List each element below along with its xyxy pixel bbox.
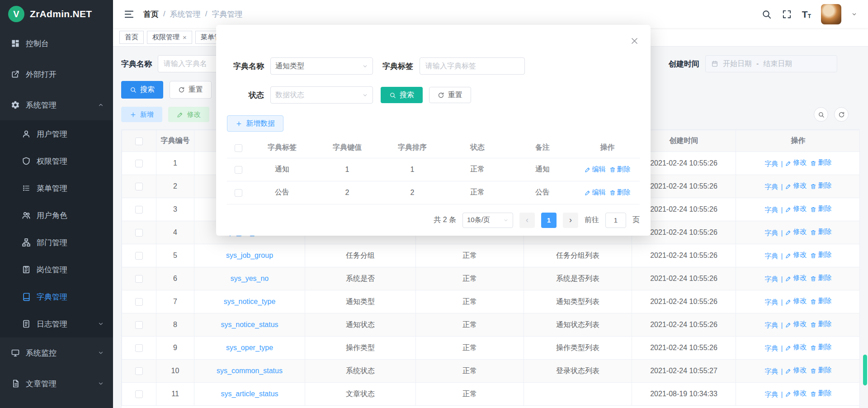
delete-link[interactable]: 删除 bbox=[810, 158, 831, 167]
row-checkbox[interactable] bbox=[235, 189, 242, 197]
delete-link[interactable]: 删除 bbox=[810, 274, 831, 282]
dict-link[interactable]: 字典 bbox=[765, 344, 778, 353]
add-data-button[interactable]: 新增数据 bbox=[227, 115, 283, 132]
close-icon[interactable]: × bbox=[183, 34, 187, 41]
chevron-down-icon[interactable] bbox=[851, 11, 857, 17]
select-all-checkbox[interactable] bbox=[235, 144, 242, 152]
edit-link[interactable]: 修改 bbox=[785, 297, 807, 305]
avatar[interactable] bbox=[821, 4, 841, 24]
edit-link[interactable]: 修改 bbox=[785, 389, 807, 398]
sidebar-item-系统监控[interactable]: 系统监控 bbox=[0, 337, 113, 368]
dict-link[interactable]: 字典 bbox=[765, 367, 778, 376]
sidebar-item-字典管理[interactable]: 字典管理 bbox=[0, 283, 113, 310]
row-checkbox[interactable] bbox=[135, 252, 143, 260]
edit-link[interactable]: 修改 bbox=[785, 204, 807, 213]
dialog-search-button[interactable]: 搜索 bbox=[381, 87, 423, 103]
toggle-search-button[interactable] bbox=[814, 107, 828, 122]
delete-link[interactable]: 删除 bbox=[810, 228, 831, 236]
row-checkbox[interactable] bbox=[135, 321, 143, 329]
dict-type-link[interactable]: sys_common_status bbox=[217, 367, 283, 375]
edit-link[interactable]: 编辑 bbox=[585, 165, 606, 174]
dict-link[interactable]: 字典 bbox=[765, 183, 778, 191]
scrollbar-thumb[interactable] bbox=[863, 355, 867, 385]
row-checkbox[interactable] bbox=[135, 298, 143, 306]
hamburger-icon[interactable] bbox=[124, 9, 134, 19]
delete-link[interactable]: 删除 bbox=[810, 320, 831, 328]
row-checkbox[interactable] bbox=[135, 206, 143, 213]
prev-page-button[interactable]: ‹ bbox=[519, 213, 535, 228]
sidebar-item-菜单管理[interactable]: 菜单管理 bbox=[0, 175, 113, 202]
delete-link[interactable]: 删除 bbox=[810, 297, 831, 305]
delete-link[interactable]: 删除 bbox=[810, 343, 831, 351]
dict-type-link[interactable]: sys_notice_status bbox=[221, 321, 278, 328]
close-icon[interactable] bbox=[630, 37, 639, 45]
tab-权限管理[interactable]: 权限管理× bbox=[147, 31, 192, 44]
dict-link[interactable]: 字典 bbox=[765, 206, 778, 214]
sidebar-item-权限管理[interactable]: 权限管理 bbox=[0, 147, 113, 175]
dict-link[interactable]: 字典 bbox=[765, 160, 778, 168]
dict-label-input[interactable] bbox=[420, 57, 525, 75]
breadcrumb-item[interactable]: 系统管理 bbox=[170, 9, 201, 19]
dict-link[interactable]: 字典 bbox=[765, 252, 778, 261]
sidebar-item-部门管理[interactable]: 部门管理 bbox=[0, 229, 113, 256]
row-checkbox[interactable] bbox=[135, 229, 143, 237]
breadcrumb-item[interactable]: 字典管理 bbox=[212, 9, 242, 19]
tab-首页[interactable]: 首页 bbox=[119, 31, 144, 44]
delete-link[interactable]: 删除 bbox=[810, 251, 831, 259]
current-page-button[interactable]: 1 bbox=[541, 213, 557, 228]
select-all-checkbox[interactable] bbox=[135, 138, 143, 145]
delete-link[interactable]: 删除 bbox=[810, 204, 831, 213]
delete-link[interactable]: 删除 bbox=[810, 366, 831, 375]
dict-type-link[interactable]: sys_notice_type bbox=[224, 298, 276, 305]
row-checkbox[interactable] bbox=[135, 367, 143, 375]
row-checkbox[interactable] bbox=[135, 390, 143, 398]
edit-link[interactable]: 修改 bbox=[785, 274, 807, 282]
edit-link[interactable]: 修改 bbox=[785, 228, 807, 236]
row-checkbox[interactable] bbox=[135, 160, 143, 167]
sidebar-item-控制台[interactable]: 控制台 bbox=[0, 28, 113, 59]
dict-link[interactable]: 字典 bbox=[765, 298, 778, 307]
page-size-select[interactable]: 10条/页 bbox=[462, 213, 513, 228]
row-checkbox[interactable] bbox=[135, 275, 143, 283]
delete-link[interactable]: 删除 bbox=[609, 188, 631, 197]
reset-button[interactable]: 重置 bbox=[170, 81, 212, 99]
row-checkbox[interactable] bbox=[235, 166, 242, 174]
dict-link[interactable]: 字典 bbox=[765, 321, 778, 330]
search-button[interactable]: 搜索 bbox=[121, 81, 163, 99]
breadcrumb-item[interactable]: 首页 bbox=[143, 9, 159, 19]
sidebar-item-用户管理[interactable]: 用户管理 bbox=[0, 120, 113, 147]
row-checkbox[interactable] bbox=[135, 183, 143, 190]
row-checkbox[interactable] bbox=[135, 344, 143, 352]
fullscreen-icon[interactable] bbox=[782, 9, 792, 19]
edit-link[interactable]: 修改 bbox=[785, 251, 807, 259]
edit-link[interactable]: 编辑 bbox=[585, 188, 606, 197]
sidebar-item-外部打开[interactable]: 外部打开 bbox=[0, 59, 113, 90]
font-size-icon[interactable]: TT bbox=[802, 9, 811, 19]
sidebar-item-日志管理[interactable]: 日志管理 bbox=[0, 310, 113, 337]
dict-name-select[interactable]: 通知类型 bbox=[270, 57, 373, 75]
refresh-table-button[interactable] bbox=[834, 107, 849, 122]
date-range-picker[interactable]: 开始日期 - 结束日期 bbox=[705, 55, 837, 72]
search-icon[interactable] bbox=[761, 9, 772, 19]
goto-page-input[interactable] bbox=[605, 213, 626, 228]
delete-link[interactable]: 删除 bbox=[810, 181, 831, 190]
add-button[interactable]: 新增 bbox=[121, 107, 162, 122]
edit-link[interactable]: 修改 bbox=[785, 320, 807, 328]
edit-link[interactable]: 修改 bbox=[785, 366, 807, 375]
dict-link[interactable]: 字典 bbox=[765, 229, 778, 237]
edit-link[interactable]: 修改 bbox=[785, 181, 807, 190]
dict-link[interactable]: 字典 bbox=[765, 390, 778, 399]
dict-type-link[interactable]: sys_job_group bbox=[226, 251, 273, 259]
sidebar-item-系统管理[interactable]: 系统管理 bbox=[0, 90, 113, 120]
dialog-reset-button[interactable]: 重置 bbox=[429, 87, 471, 103]
dict-type-link[interactable]: sys_oper_type bbox=[226, 344, 273, 351]
dict-type-link[interactable]: sys_yes_no bbox=[231, 275, 269, 282]
next-page-button[interactable]: › bbox=[563, 213, 578, 228]
sidebar-item-岗位管理[interactable]: 岗位管理 bbox=[0, 256, 113, 283]
dict-type-link[interactable]: sys_article_status bbox=[221, 390, 278, 398]
status-select[interactable]: 数据状态 bbox=[270, 86, 373, 104]
delete-link[interactable]: 删除 bbox=[609, 165, 631, 174]
app-logo[interactable]: V ZrAdmin.NET bbox=[0, 0, 113, 28]
delete-link[interactable]: 删除 bbox=[810, 389, 831, 398]
sidebar-item-用户角色[interactable]: 用户角色 bbox=[0, 202, 113, 229]
